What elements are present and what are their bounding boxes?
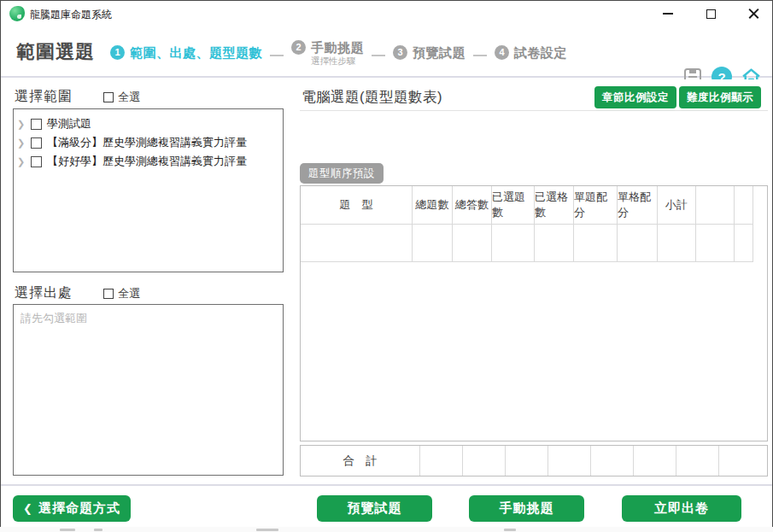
- question-type-table: 題 型 總題數 總答數 已選題數 已選格數 單題配分 單格配分 小計: [300, 185, 768, 441]
- source-placeholder: 請先勾選範圍: [20, 311, 276, 326]
- tree-item-exam-questions[interactable]: ❯ 學測試題: [17, 114, 279, 133]
- table-cell: [301, 225, 413, 262]
- window-controls: [661, 1, 765, 26]
- difficulty-ratio-button[interactable]: 難度比例顯示: [679, 86, 761, 108]
- step-2-sublabel: 選擇性步驟: [311, 56, 364, 66]
- range-section-title: 選擇範圍: [15, 88, 73, 106]
- step-4-label: 試卷設定: [514, 44, 567, 61]
- source-section-title: 選擇出處: [15, 284, 73, 302]
- step-4-paper-settings[interactable]: 4 試卷設定: [495, 44, 567, 61]
- tree-item-good-study[interactable]: ❯ 【好好學】歷史學測總複習講義實力評量: [17, 152, 279, 171]
- footer-bar: ❮ 選擇命題方式 預覽試題 手動挑題 立即出卷: [1, 484, 772, 527]
- step-1-range[interactable]: 1 範圍、出處、題型題數: [110, 44, 262, 61]
- right-panel-divider: [300, 110, 768, 111]
- question-type-table-grid: 題 型 總題數 總答數 已選題數 已選格數 單題配分 單格配分 小計: [301, 186, 753, 262]
- table-cell: [618, 225, 658, 262]
- range-select-all-label: 全選: [118, 90, 140, 105]
- step-separator: [372, 55, 385, 56]
- totals-cell: [463, 446, 506, 476]
- tree-item-full-score[interactable]: ❯ 【滿級分】歷史學測總複習講義實力評量: [17, 133, 279, 152]
- chapter-ratio-button[interactable]: 章節比例設定: [594, 86, 676, 108]
- column-header-empty: [735, 186, 753, 225]
- tree-item-checkbox[interactable]: [31, 119, 42, 130]
- tree-item-label: 學測試題: [47, 116, 91, 132]
- manual-pick-button[interactable]: 手動挑題: [469, 495, 584, 522]
- range-select-all[interactable]: 全選: [103, 90, 140, 105]
- app-logo-icon: [9, 6, 25, 21]
- step-2-label: 手動挑題: [311, 39, 364, 56]
- range-select-all-checkbox[interactable]: [103, 92, 114, 102]
- background-artifact: [94, 529, 102, 531]
- totals-cell: [420, 446, 463, 476]
- totals-label: 合 計: [301, 446, 420, 476]
- column-header-subtotal: 小計: [658, 186, 696, 225]
- app-title: 龍騰題庫命題系統: [30, 8, 112, 22]
- step-2-manual-pick[interactable]: 2 手動挑題 選擇性步驟: [291, 39, 364, 66]
- table-cell: [453, 225, 492, 262]
- tree-item-label: 【滿級分】歷史學測總複習講義實力評量: [47, 135, 247, 150]
- step-indicator: 1 範圍、出處、題型題數 2 手動挑題 選擇性步驟 3 預覽試題 4 試卷設定: [110, 37, 567, 67]
- preview-questions-button[interactable]: 預覽試題: [317, 495, 432, 522]
- maximize-icon: [706, 9, 716, 19]
- table-header-row: 題 型 總題數 總答數 已選題數 已選格數 單題配分 單格配分 小計: [301, 186, 753, 225]
- minimize-button[interactable]: [661, 7, 675, 20]
- totals-cell: [591, 446, 634, 476]
- expand-chevron-icon[interactable]: ❯: [17, 156, 26, 167]
- source-select-all-label: 全選: [118, 286, 140, 301]
- table-empty-row: [301, 225, 753, 262]
- background-artifact: [256, 529, 278, 531]
- totals-cell: [548, 446, 591, 476]
- step-3-circle: 3: [393, 45, 407, 60]
- maximize-button[interactable]: [704, 7, 717, 20]
- column-header-type: 題 型: [301, 186, 413, 225]
- step-1-circle: 1: [110, 45, 125, 60]
- column-header-selected-questions: 已選題數: [492, 186, 535, 225]
- computer-selection-title: 電腦選題(題型題數表): [302, 88, 442, 107]
- step-3-label: 預覽試題: [413, 44, 466, 61]
- tree-item-label: 【好好學】歷史學測總複習講義實力評量: [47, 154, 247, 169]
- range-tree: ❯ 學測試題 ❯ 【滿級分】歷史學測總複習講義實力評量 ❯ 【好好學】歷史學測總…: [13, 108, 284, 272]
- step-4-circle: 4: [495, 45, 509, 60]
- step-separator: [270, 55, 284, 56]
- step-3-preview[interactable]: 3 預覽試題: [393, 44, 466, 61]
- main-content: 選擇範圍 全選 ❯ 學測試題 ❯ 【滿級分】歷史學測總複習講義實力評量 ❯ 【好…: [1, 79, 772, 484]
- close-button[interactable]: [747, 7, 760, 20]
- wizard-header: 範圍選題 1 範圍、出處、題型題數 2 手動挑題 選擇性步驟 3 預覽試題: [1, 26, 772, 78]
- table-cell: [574, 225, 618, 262]
- expand-chevron-icon[interactable]: ❯: [17, 137, 26, 149]
- table-cell: [658, 225, 696, 262]
- column-header-points-per-cell: 單格配分: [618, 186, 658, 225]
- source-list: 請先勾選範圍: [13, 304, 284, 476]
- column-header-empty: [696, 186, 735, 225]
- source-select-all[interactable]: 全選: [103, 286, 140, 301]
- step-1-label: 範圍、出處、題型題數: [130, 44, 262, 61]
- question-type-order-button[interactable]: 題型順序預設: [300, 163, 384, 184]
- totals-cell: [719, 446, 767, 476]
- back-to-mode-button[interactable]: ❮ 選擇命題方式: [13, 495, 131, 522]
- table-cell: [696, 225, 735, 262]
- source-select-all-checkbox[interactable]: [103, 289, 114, 299]
- step-separator: [473, 55, 487, 56]
- table-cell: [413, 225, 453, 262]
- tree-item-checkbox[interactable]: [31, 137, 42, 149]
- table-cell: [735, 225, 753, 262]
- column-header-total-answers: 總答數: [453, 186, 492, 225]
- totals-cell: [506, 446, 548, 476]
- expand-chevron-icon[interactable]: ❯: [17, 119, 26, 130]
- table-cell: [535, 225, 574, 262]
- step-2-circle: 2: [291, 40, 306, 55]
- background-artifact: [504, 529, 516, 531]
- tree-item-checkbox[interactable]: [31, 156, 42, 167]
- range-section-header: 選擇範圍 全選: [15, 88, 140, 106]
- page-title: 範圍選題: [16, 39, 95, 65]
- background-artifact: [60, 529, 75, 531]
- source-section-header: 選擇出處 全選: [15, 284, 140, 302]
- totals-cell: [676, 446, 719, 476]
- generate-paper-button[interactable]: 立即出卷: [622, 495, 741, 522]
- totals-row: 合 計: [300, 445, 768, 476]
- totals-cell: [634, 446, 676, 476]
- minimize-icon: [663, 13, 673, 15]
- app-window: 龍騰題庫命題系統 範圍選題 1 範圍、出處、題型題數 2 手動挑題 選擇性步驟: [0, 0, 773, 527]
- back-chevron-icon: ❮: [23, 502, 33, 515]
- titlebar: 龍騰題庫命題系統: [1, 1, 772, 26]
